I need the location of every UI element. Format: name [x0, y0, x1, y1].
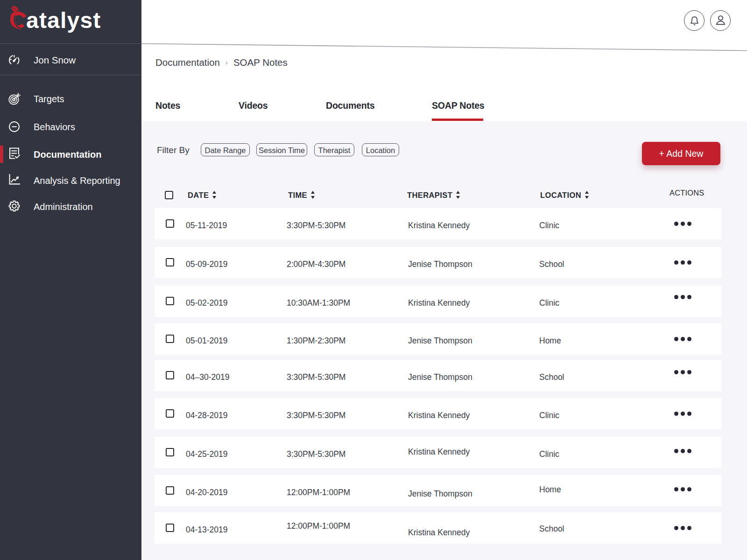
- svg-text:atalyst: atalyst: [26, 8, 101, 33]
